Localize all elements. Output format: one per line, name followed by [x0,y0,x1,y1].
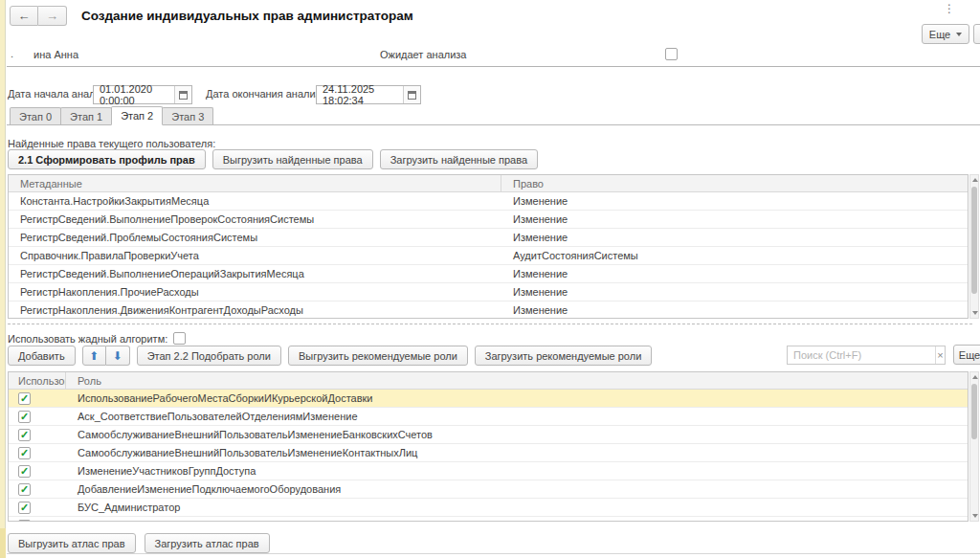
column-header-right[interactable]: Право [501,175,968,191]
right-cell: АудитСостоянияСистемы [501,247,968,264]
role-cell [66,517,968,522]
user-row-checkbox[interactable] [665,48,678,60]
role-cell: ИзменениеУчастниковГруппДоступа [66,462,968,480]
role-checkbox[interactable]: ✓ [18,465,31,478]
search-input[interactable] [788,346,935,364]
end-date-field[interactable]: 24.11.2025 18:02:34 [316,85,421,104]
metadata-cell: РегистрСведений.ПроблемыСостоянияСистемы [9,229,501,246]
left-accent-strip-bottom [0,528,6,558]
move-down-button[interactable]: ⬇ [106,346,130,366]
start-date-field[interactable]: 01.01.2020 0:00:00 [93,85,192,104]
tab-stage-1[interactable]: Этап 1 [60,107,112,124]
table-row[interactable]: Константа.НастройкиЗакрытияМесяца Измене… [9,192,968,211]
greedy-algorithm-row: Использовать жадный алгоритм: [8,332,186,345]
role-checkbox[interactable]: ✓ [18,447,31,459]
reorder-buttons: ⬆ ⬇ [82,346,130,366]
clear-search-icon[interactable]: × [935,346,945,364]
table-row[interactable]: РегистрНакопления.ДвиженияКонтрагентДохо… [9,301,968,319]
table-row[interactable]: ✓ ИспользованиеРабочегоМестаСборкиИКурье… [9,390,968,408]
scrollbar-thumb[interactable] [971,384,977,439]
forward-icon: → [46,9,58,23]
more-button-roles-label: Еще [959,349,980,361]
end-date-value[interactable]: 24.11.2025 18:02:34 [317,83,403,106]
scroll-up-icon[interactable] [972,178,978,182]
roles-scrollbar[interactable] [969,371,979,522]
table-row[interactable]: ✓ СамообслуживаниеВнешнийПользовательИзм… [9,444,968,462]
import-recommended-roles-button[interactable]: Загрузить рекомендуемые роли [475,346,652,366]
chevron-down-icon [956,33,962,36]
start-date-value[interactable]: 01.01.2020 0:00:00 [94,83,174,106]
kebab-menu-icon[interactable]: ⋮ [943,2,956,17]
column-header-role[interactable]: Роль [66,372,968,389]
right-cell: Изменение [501,283,968,301]
check-icon: ✓ [20,448,29,458]
scrollbar-thumb[interactable] [971,187,977,294]
roles-toolbar: Добавить ⬆ ⬇ Этап 2.2 Подобрать роли Выг… [8,346,652,366]
role-cell: СамообслуживаниеВнешнийПользовательИзмен… [66,426,968,443]
export-recommended-roles-button[interactable]: Выгрузить рекомендуемые роли [288,346,468,366]
help-button[interactable]: ? [973,24,980,44]
add-button[interactable]: Добавить [8,346,76,366]
metadata-cell: РегистрСведений.ВыполнениеОперацийЗакрыт… [9,265,501,282]
table-row[interactable]: ✓ ДобавлениеИзменениеПодключаемогоОборуд… [9,480,968,499]
build-profile-button[interactable]: 2.1 Сформировать профиль прав [8,149,206,169]
start-date-calendar-button[interactable] [174,86,191,103]
role-checkbox[interactable]: ✓ [18,411,31,423]
left-accent-strip [0,0,6,558]
role-checkbox[interactable]: ✓ [18,483,31,496]
move-up-button[interactable]: ⬆ [82,346,106,366]
table-row[interactable]: РегистрСведений.ВыполнениеОперацийЗакрыт… [9,265,968,283]
export-atlas-button[interactable]: Выгрузить атлас прав [8,533,136,553]
page-title: Создание индивидуальных прав администрат… [81,9,413,23]
more-button-roles[interactable]: Еще [953,345,980,365]
role-cell: ИспользованиеРабочегоМестаСборкиИКурьерс… [66,390,968,407]
section-splitter[interactable] [8,324,972,324]
table-row[interactable]: РегистрНакопления.ПрочиеРасходы Изменени… [9,283,968,301]
found-rights-table-header: Метаданные Право [9,175,968,192]
table-row-partial[interactable]: ✓ [9,517,968,522]
roles-table-header: Использовать Роль [9,372,968,390]
tab-stage-2[interactable]: Этап 2 [111,106,163,125]
greedy-algorithm-checkbox[interactable] [173,332,186,345]
table-row[interactable]: ✓ ИзменениеУчастниковГруппДоступа [9,462,968,480]
analysis-status-label: Ожидает анализа [380,49,466,60]
bottom-divider [7,553,980,554]
metadata-cell: РегистрНакопления.ДвиженияКонтрагентДохо… [9,301,501,319]
role-checkbox[interactable]: ✓ [18,429,31,441]
more-button-top[interactable]: Еще [922,24,969,44]
import-atlas-button[interactable]: Загрузить атлас прав [145,533,270,553]
table-row[interactable]: РегистрСведений.ПроблемыСостоянияСистемы… [9,229,968,247]
column-header-metadata[interactable]: Метаданные [9,175,501,191]
table-row[interactable]: РегистрСведений.ВыполнениеПроверокСостоя… [9,211,968,229]
found-rights-caption: Найденные права текущего пользователя: [8,138,215,149]
found-rights-toolbar: 2.1 Сформировать профиль прав Выгрузить … [8,149,538,169]
import-found-rights-button[interactable]: Загрузить найденные права [380,149,538,169]
tab-stage-3[interactable]: Этап 3 [162,107,213,124]
metadata-cell: РегистрНакопления.ПрочиеРасходы [9,283,501,301]
forward-button[interactable]: → [38,6,67,26]
pick-roles-button[interactable]: Этап 2.2 Подобрать роли [137,346,281,366]
back-button[interactable]: ← [10,6,38,26]
end-date-label: Дата окончания анализа: [206,88,329,100]
role-checkbox[interactable]: ✓ [18,502,31,514]
search-field: × [787,346,946,365]
scroll-down-icon[interactable] [972,514,978,518]
found-rights-scrollbar[interactable] [969,174,979,319]
greedy-algorithm-label: Использовать жадный алгоритм: [8,333,167,345]
table-row[interactable]: ✓ Аск_СоответствиеПользователейОтделения… [9,408,968,426]
scroll-down-icon[interactable] [972,311,978,315]
tab-stage-0[interactable]: Этап 0 [10,107,61,124]
role-checkbox[interactable]: ✓ [18,520,31,523]
role-checkbox[interactable]: ✓ [18,392,31,405]
table-row[interactable]: Справочник.ПравилаПроверкиУчета АудитСос… [9,247,968,265]
scroll-up-icon[interactable] [972,375,978,379]
analysis-dates-row: Дата начала анализа: 01.01.2020 0:00:00 … [8,85,965,104]
column-header-use[interactable]: Использовать [9,372,66,389]
export-found-rights-button[interactable]: Выгрузить найденные права [212,149,373,169]
role-cell: БУС_Администратор [66,499,968,516]
end-date-calendar-button[interactable] [403,86,420,103]
user-status-row[interactable]: . ина Анна Ожидает анализа [7,44,980,67]
table-row[interactable]: ✓ БУС_Администратор [9,499,968,517]
table-row[interactable]: ✓ СамообслуживаниеВнешнийПользовательИзм… [9,426,968,444]
metadata-cell: Справочник.ПравилаПроверкиУчета [9,247,501,264]
